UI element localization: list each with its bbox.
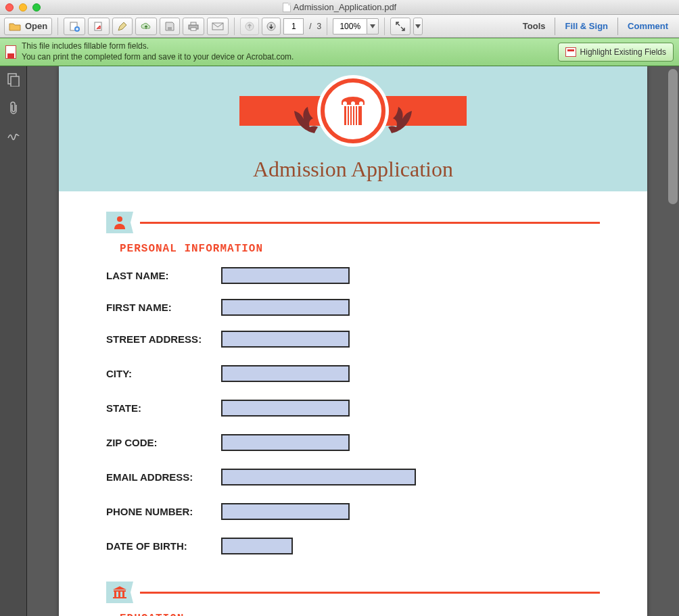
svg-point-14 <box>359 101 363 105</box>
section-rule <box>140 222 600 224</box>
label-dob: DATE OF BIRTH: <box>106 540 221 552</box>
field-email: EMAIL ADDRESS: <box>106 469 600 485</box>
label-zip-code: ZIP CODE: <box>106 437 221 448</box>
fill-sign-tab[interactable]: Fill & Sign <box>558 21 615 31</box>
divider <box>617 18 618 35</box>
section-divider <box>106 212 600 233</box>
highlight-icon <box>565 47 576 57</box>
label-email: EMAIL ADDRESS: <box>106 471 221 483</box>
label-phone: PHONE NUMBER: <box>106 506 221 517</box>
field-last-name: LAST NAME: <box>106 267 600 284</box>
input-first-name[interactable] <box>221 299 350 316</box>
input-street-address[interactable] <box>221 331 350 348</box>
laurel-left-icon <box>284 103 321 140</box>
input-email[interactable] <box>221 469 416 485</box>
svg-point-13 <box>351 101 355 105</box>
envelope-icon <box>212 22 224 31</box>
svg-rect-17 <box>114 590 126 592</box>
section-divider <box>106 582 600 603</box>
svg-rect-20 <box>122 592 124 597</box>
cloud-upload-icon <box>140 22 152 31</box>
zoom-dropdown[interactable] <box>367 18 379 34</box>
vertical-scrollbar[interactable] <box>668 69 678 613</box>
page-down-button[interactable] <box>262 18 281 35</box>
document-banner: Admission Application <box>59 66 647 191</box>
fit-page-button[interactable] <box>390 18 411 35</box>
zoom-control <box>333 18 379 34</box>
convert-pdf-icon <box>93 21 105 32</box>
arrow-up-icon <box>245 22 254 31</box>
signature-icon <box>7 130 20 141</box>
create-pdf-button[interactable] <box>64 18 85 35</box>
field-zip-code: ZIP CODE: <box>106 434 600 451</box>
zoom-input[interactable] <box>333 18 367 34</box>
cloud-button[interactable] <box>135 18 157 35</box>
document-title: Admission Application <box>253 157 453 182</box>
input-state[interactable] <box>221 400 350 417</box>
svg-rect-11 <box>11 76 19 87</box>
open-button[interactable]: Open <box>4 18 52 35</box>
form-info-bar: This file includes fillable form fields.… <box>0 38 679 66</box>
main-toolbar: Open / 3 Tools Fill <box>0 15 679 38</box>
input-last-name[interactable] <box>221 267 350 284</box>
field-dob: DATE OF BIRTH: <box>106 538 600 554</box>
input-phone[interactable] <box>221 503 350 520</box>
seal <box>321 78 385 143</box>
input-dob[interactable] <box>221 538 293 554</box>
thumbnails-panel-button[interactable] <box>7 73 20 89</box>
save-icon <box>164 21 175 32</box>
edit-button[interactable] <box>112 18 133 35</box>
section-icon-badge <box>106 212 133 233</box>
label-street-address: STREET ADDRESS: <box>106 333 221 345</box>
page-number-input[interactable] <box>283 18 304 34</box>
comment-tab[interactable]: Comment <box>621 21 675 31</box>
divider <box>234 18 235 35</box>
signatures-panel-button[interactable] <box>7 130 20 143</box>
page-separator: / <box>309 22 311 31</box>
form-icon <box>5 45 16 59</box>
pencil-icon <box>117 21 128 32</box>
column-icon <box>336 94 370 128</box>
pdf-page-1: Admission Application PERSONAL INFORMATI… <box>59 66 647 616</box>
document-icon <box>283 3 291 12</box>
svg-rect-3 <box>168 27 172 30</box>
divider <box>57 18 58 35</box>
section-title-personal: PERSONAL INFORMATION <box>120 243 600 255</box>
field-city: CITY: <box>106 365 600 382</box>
window-titlebar: Admission_Application.pdf <box>0 0 679 15</box>
highlight-fields-button[interactable]: Highlight Existing Fields <box>558 43 674 62</box>
section-icon-badge <box>106 582 133 603</box>
chevron-down-icon <box>370 24 375 28</box>
email-button[interactable] <box>207 18 229 35</box>
svg-rect-6 <box>191 28 196 30</box>
info-line-2: You can print the completed form and sav… <box>22 52 294 63</box>
convert-button[interactable] <box>88 18 110 35</box>
paperclip-icon <box>8 101 19 115</box>
view-dropdown[interactable] <box>413 18 423 35</box>
pages-icon <box>7 73 20 87</box>
printer-icon <box>187 21 200 32</box>
window-title: Admission_Application.pdf <box>294 2 396 12</box>
print-button[interactable] <box>183 18 204 35</box>
input-city[interactable] <box>221 365 350 382</box>
svg-point-12 <box>343 101 347 105</box>
label-city: CITY: <box>106 368 221 379</box>
scrollbar-thumb[interactable] <box>668 69 678 204</box>
institution-icon <box>112 586 127 599</box>
document-viewer[interactable]: Admission Application PERSONAL INFORMATI… <box>27 66 679 616</box>
input-zip-code[interactable] <box>221 434 350 451</box>
label-state: STATE: <box>106 402 221 414</box>
chevron-down-icon <box>415 24 421 28</box>
open-label: Open <box>25 21 47 31</box>
save-button[interactable] <box>160 18 180 35</box>
navigation-sidebar <box>0 66 27 616</box>
laurel-right-icon <box>385 103 422 140</box>
tools-tab[interactable]: Tools <box>516 21 553 31</box>
svg-rect-5 <box>191 22 196 25</box>
divider <box>384 18 385 35</box>
attachments-panel-button[interactable] <box>8 101 19 118</box>
label-last-name: LAST NAME: <box>106 270 221 281</box>
field-street-address: STREET ADDRESS: <box>106 331 600 348</box>
divider <box>555 18 555 35</box>
page-up-button[interactable] <box>240 18 259 35</box>
